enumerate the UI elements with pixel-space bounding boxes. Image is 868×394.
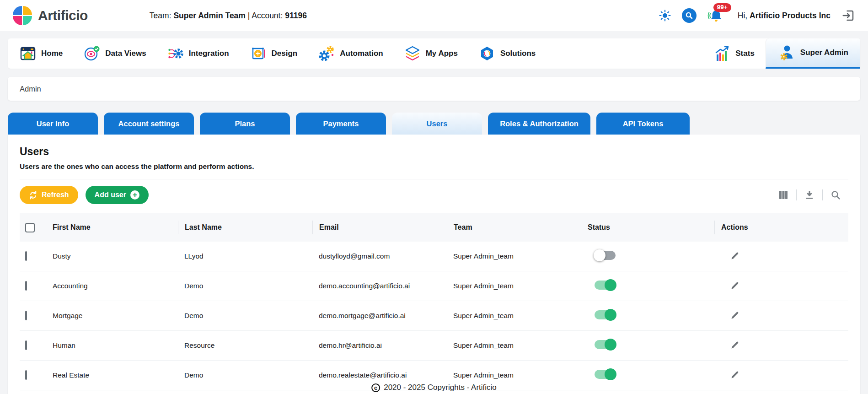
edit-user-button[interactable] [730, 281, 739, 290]
nav-item-label: Stats [735, 49, 755, 58]
account-label: Account: [252, 11, 283, 20]
nav-item-my-apps[interactable]: My Apps [404, 38, 458, 69]
user-greeting: Hi, Artificio Products Inc [738, 11, 830, 21]
automation-icon [318, 45, 335, 62]
nav-item-solutions[interactable]: Solutions [479, 38, 536, 69]
cell-first-name: Human [46, 341, 178, 350]
page-description: Users are the ones who can access the pl… [20, 162, 848, 171]
users-table-body: Dusty LLyod dustylloyd@gmail.com Super A… [20, 242, 848, 390]
tab-user-info[interactable]: User Info [8, 113, 98, 135]
select-all-checkbox[interactable] [25, 223, 35, 232]
integration-icon [167, 45, 184, 62]
row-checkbox[interactable] [25, 251, 27, 261]
separator: | [248, 11, 250, 20]
cell-last-name: Resource [178, 341, 312, 350]
table-row: Dusty LLyod dustylloyd@gmail.com Super A… [20, 242, 848, 271]
nav-item-super-admin[interactable]: Super Admin [766, 38, 860, 69]
table-header-row: First Name Last Name Email Team Status A… [20, 213, 848, 242]
status-toggle[interactable] [595, 249, 616, 261]
nav-item-home[interactable]: Home [20, 38, 63, 69]
global-search-button[interactable] [682, 8, 697, 23]
nav-item-automation[interactable]: Automation [318, 38, 383, 69]
account-value: 91196 [285, 11, 307, 20]
status-toggle[interactable] [595, 339, 616, 351]
column-header-first-name[interactable]: First Name [46, 221, 178, 234]
tab-payments[interactable]: Payments [296, 113, 386, 135]
brand-logo[interactable]: Artificio [13, 6, 88, 25]
app-header: Artificio Team: Super Admin Team | Accou… [0, 0, 868, 31]
row-checkbox[interactable] [25, 340, 27, 350]
status-toggle[interactable] [595, 279, 616, 291]
edit-user-button[interactable] [730, 251, 739, 260]
cell-email: demo.mortgage@artificio.ai [312, 312, 447, 320]
refresh-icon [29, 191, 38, 200]
nav-item-label: Home [41, 49, 63, 58]
greeting-prefix: Hi, [738, 11, 747, 20]
nav-item-label: My Apps [426, 49, 458, 58]
column-header-status[interactable]: Status [581, 221, 714, 234]
logout-button[interactable] [841, 9, 855, 22]
tab-roles-authorization[interactable]: Roles & Authorization [488, 113, 590, 135]
nav-item-label: Data Views [105, 49, 146, 58]
download-button[interactable] [796, 189, 822, 200]
column-header-last-name[interactable]: Last Name [178, 221, 312, 234]
cell-email: demo.realestate@artificio.ai [312, 371, 447, 379]
status-toggle[interactable] [595, 309, 616, 321]
cell-email: demo.hr@artificio.ai [312, 341, 447, 350]
nav-item-data-views[interactable]: Data Views [84, 38, 146, 69]
nav-item-integration[interactable]: Integration [167, 38, 229, 69]
nav-item-label: Solutions [500, 49, 536, 58]
cell-first-name: Accounting [46, 282, 178, 290]
columns-button[interactable] [771, 189, 796, 200]
nav-item-design[interactable]: Design [250, 38, 298, 69]
tab-users[interactable]: Users [392, 113, 482, 135]
pencil-icon [730, 251, 739, 260]
nav-item-stats[interactable]: Stats [703, 38, 766, 69]
logout-icon [841, 9, 855, 22]
status-toggle[interactable] [595, 368, 616, 380]
column-header-actions[interactable]: Actions [714, 221, 848, 234]
table-row: Human Resource demo.hr@artificio.ai Supe… [20, 331, 848, 361]
home-icon [20, 45, 36, 62]
toggle-knob [605, 309, 616, 321]
row-checkbox[interactable] [25, 281, 27, 291]
column-header-team[interactable]: Team [447, 221, 581, 234]
tab-api-tokens[interactable]: API Tokens [596, 113, 690, 135]
cell-team: Super Admin_team [447, 312, 581, 320]
team-value: Super Admin Team [173, 11, 246, 20]
row-checkbox[interactable] [25, 311, 27, 320]
brand-name: Artificio [38, 8, 88, 23]
cell-last-name: Demo [178, 312, 312, 320]
nav-item-label: Design [272, 49, 298, 58]
row-checkbox[interactable] [25, 370, 27, 380]
table-toolbar: Refresh Add user + [20, 179, 848, 204]
search-icon [685, 11, 693, 20]
plus-icon: + [130, 190, 139, 200]
refresh-button[interactable]: Refresh [20, 186, 78, 204]
edit-user-button[interactable] [730, 310, 739, 320]
cell-first-name: Mortgage [46, 312, 178, 320]
notifications-button[interactable]: 99+ [707, 7, 724, 24]
breadcrumb-label[interactable]: Admin [20, 85, 41, 93]
add-user-button[interactable]: Add user + [86, 186, 149, 204]
cell-first-name: Dusty [46, 252, 178, 260]
edit-user-button[interactable] [730, 370, 739, 379]
toggle-knob [594, 249, 605, 261]
copyright-icon: c [371, 383, 380, 392]
tab-account-settings[interactable]: Account settings [104, 113, 194, 135]
theme-toggle-button[interactable] [659, 10, 671, 22]
nav-item-label: Integration [189, 49, 229, 58]
table-search-button[interactable] [822, 189, 848, 200]
table-row: Mortgage Demo demo.mortgage@artificio.ai… [20, 301, 848, 331]
cell-email: dustylloyd@gmail.com [312, 252, 447, 260]
cell-team: Super Admin_team [447, 341, 581, 350]
nav-item-label: Automation [340, 49, 383, 58]
edit-user-button[interactable] [730, 340, 739, 350]
table-tools [771, 189, 848, 200]
toggle-knob [605, 279, 616, 291]
cell-last-name: Demo [178, 371, 312, 379]
users-panel: Users Users are the ones who can access … [8, 135, 860, 394]
tab-plans[interactable]: Plans [200, 113, 290, 135]
column-header-email[interactable]: Email [312, 221, 447, 234]
add-user-button-label: Add user [95, 191, 126, 199]
